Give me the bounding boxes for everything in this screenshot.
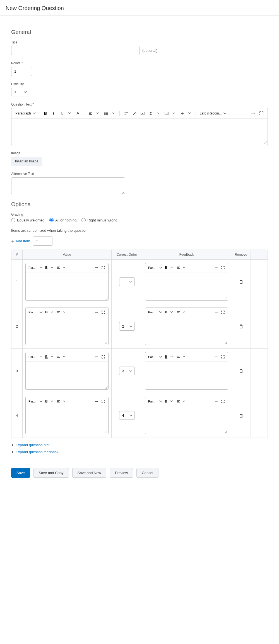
fullscreen-icon[interactable] — [100, 354, 106, 360]
bold-icon[interactable]: B — [163, 309, 169, 315]
chevron-down-icon[interactable] — [181, 309, 187, 315]
resize-handle-icon[interactable] — [105, 431, 108, 433]
add-item-button[interactable]: Add Item — [11, 239, 30, 243]
editor-body[interactable] — [26, 406, 108, 434]
bold-icon[interactable]: B — [42, 110, 49, 117]
resize-handle-icon[interactable] — [264, 141, 267, 144]
paragraph-style-select[interactable]: Par... — [28, 310, 42, 314]
bold-icon[interactable]: B — [44, 399, 49, 404]
resize-handle-icon[interactable] — [225, 431, 227, 433]
more-icon[interactable] — [94, 309, 99, 315]
chevron-down-icon[interactable] — [110, 110, 117, 117]
editor-body[interactable] — [145, 272, 228, 300]
editor-body[interactable] — [145, 406, 228, 434]
points-input[interactable] — [11, 67, 32, 76]
trash-icon[interactable] — [239, 324, 243, 329]
order-select[interactable]: 1 — [119, 277, 135, 286]
value-editor[interactable]: Par... B — [25, 352, 109, 390]
fullscreen-icon[interactable] — [100, 265, 106, 270]
order-select[interactable]: 3 — [119, 367, 135, 375]
align-icon[interactable] — [175, 309, 181, 315]
fullscreen-icon[interactable] — [100, 309, 106, 315]
add-item-count-input[interactable] — [33, 236, 52, 246]
chevron-down-icon[interactable] — [169, 265, 174, 270]
chevron-down-icon[interactable] — [94, 110, 101, 117]
more-icon[interactable] — [250, 110, 256, 117]
editor-body[interactable] — [26, 362, 108, 389]
resize-handle-icon[interactable] — [105, 386, 108, 389]
grading-all-radio[interactable]: All or nothing — [49, 218, 76, 222]
resize-handle-icon[interactable] — [105, 297, 108, 300]
chevron-down-icon[interactable] — [61, 399, 67, 404]
bold-icon[interactable]: B — [163, 265, 169, 270]
title-input[interactable] — [11, 46, 140, 55]
insert-stuff-icon[interactable] — [122, 110, 129, 117]
resize-handle-icon[interactable] — [225, 297, 227, 300]
fullscreen-icon[interactable] — [258, 110, 265, 117]
expand-feedback-button[interactable]: Expand question feedback — [11, 450, 268, 454]
paragraph-style-select[interactable]: Par... — [28, 355, 42, 359]
chevron-down-icon[interactable] — [49, 265, 55, 270]
editor-body[interactable] — [145, 362, 228, 389]
more-icon[interactable] — [94, 265, 99, 270]
text-color-icon[interactable] — [74, 110, 81, 117]
font-select[interactable]: Lato (Recom... — [199, 111, 227, 116]
save-button[interactable]: Save — [11, 468, 30, 478]
value-editor[interactable]: Par... B — [25, 397, 109, 434]
feedback-editor[interactable]: Par... B — [145, 308, 228, 345]
paragraph-style-select[interactable]: Par... — [148, 266, 162, 270]
chevron-down-icon[interactable] — [61, 265, 67, 270]
difficulty-select[interactable]: 1 — [11, 88, 29, 96]
resize-handle-icon[interactable] — [225, 386, 227, 389]
chevron-down-icon[interactable] — [181, 354, 187, 360]
feedback-editor[interactable]: Par... B — [145, 263, 228, 301]
chevron-down-icon[interactable] — [169, 309, 174, 315]
grading-equally-radio[interactable]: Equally weighted — [11, 218, 44, 222]
align-icon[interactable] — [56, 399, 61, 404]
chevron-down-icon[interactable] — [49, 354, 55, 360]
save-new-button[interactable]: Save and New — [72, 468, 107, 478]
fullscreen-icon[interactable] — [220, 309, 226, 315]
more-icon[interactable] — [213, 309, 219, 315]
chevron-down-icon[interactable] — [49, 399, 55, 404]
paragraph-style-select[interactable]: Par... — [148, 399, 162, 403]
order-select[interactable]: 2 — [119, 322, 135, 331]
underline-icon[interactable]: U — [59, 110, 66, 117]
feedback-editor[interactable]: Par... B — [145, 352, 228, 390]
align-icon[interactable] — [56, 354, 61, 360]
paragraph-style-select[interactable]: Par... — [28, 266, 42, 270]
trash-icon[interactable] — [239, 413, 243, 418]
more-icon[interactable] — [213, 265, 219, 270]
fullscreen-icon[interactable] — [220, 399, 226, 404]
order-select[interactable]: 4 — [119, 411, 135, 420]
preview-button[interactable]: Preview — [110, 468, 133, 478]
bold-icon[interactable]: B — [44, 354, 49, 360]
trash-icon[interactable] — [239, 369, 243, 373]
cancel-button[interactable]: Cancel — [136, 468, 158, 478]
feedback-editor[interactable]: Par... B — [145, 397, 228, 434]
alt-text-input[interactable] — [11, 177, 125, 194]
chevron-down-icon[interactable] — [186, 110, 193, 117]
align-icon[interactable] — [87, 110, 94, 117]
paragraph-style-select[interactable]: Par... — [28, 399, 42, 403]
chevron-down-icon[interactable] — [181, 399, 187, 404]
align-icon[interactable] — [56, 265, 61, 270]
align-icon[interactable] — [175, 399, 181, 404]
bold-icon[interactable]: B — [44, 309, 49, 315]
chevron-down-icon[interactable] — [61, 354, 67, 360]
table-icon[interactable] — [163, 110, 170, 117]
save-copy-button[interactable]: Save and Copy — [33, 468, 69, 478]
resize-handle-icon[interactable] — [225, 341, 227, 344]
question-text-body[interactable] — [11, 119, 268, 145]
editor-body[interactable] — [26, 317, 108, 345]
chevron-down-icon[interactable] — [155, 110, 162, 117]
expand-hint-button[interactable]: Expand question hint — [11, 443, 268, 447]
fullscreen-icon[interactable] — [220, 354, 226, 360]
bold-icon[interactable]: B — [163, 354, 169, 360]
chevron-down-icon[interactable] — [61, 309, 67, 315]
editor-body[interactable] — [26, 272, 108, 300]
more-icon[interactable] — [213, 399, 219, 404]
chevron-down-icon[interactable] — [169, 354, 174, 360]
grading-rmw-radio[interactable]: Right minus wrong — [81, 218, 117, 222]
plus-icon[interactable] — [179, 110, 186, 117]
